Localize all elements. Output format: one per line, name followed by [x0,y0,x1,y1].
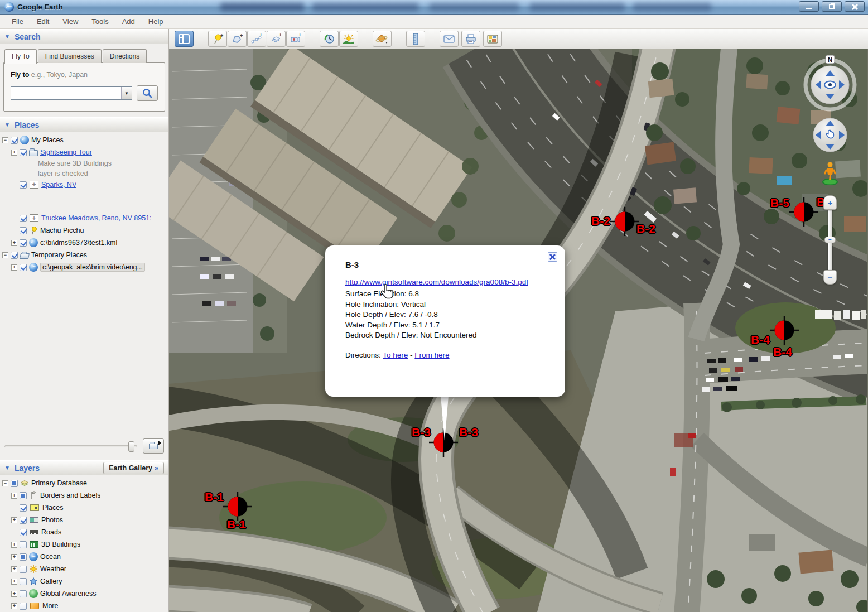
expander-icon[interactable]: + [11,240,17,246]
ruler-button[interactable] [406,31,425,47]
checkbox[interactable] [20,578,27,585]
expander-icon[interactable]: + [11,517,17,523]
checkbox[interactable] [11,137,18,144]
add-image-overlay-button[interactable]: + [267,31,286,47]
historical-imagery-button[interactable] [320,31,339,47]
fly-to-input[interactable] [11,87,121,99]
checkbox[interactable] [20,504,27,512]
print-button[interactable] [461,31,480,47]
checkbox[interactable] [20,590,27,597]
checkbox[interactable] [20,264,27,271]
layer-item-places[interactable]: Places [2,502,168,514]
zoom-in-button[interactable]: + [823,195,837,210]
search-panel-header[interactable]: ▼ Search [0,29,168,44]
menu-help[interactable]: Help [142,16,170,27]
expander-icon[interactable]: − [2,137,8,143]
slider-handle[interactable] [128,441,134,452]
menu-tools[interactable]: Tools [85,16,114,27]
expander-icon[interactable]: + [11,603,17,609]
menu-add[interactable]: Add [116,16,141,27]
layers-panel-header[interactable]: ▼ Layers Earth Gallery » [0,460,168,475]
sidebar-item-geopak-kml[interactable]: + c:\geopak_alex\brim video\eng... [2,261,168,273]
tab-directions[interactable]: Directions [103,49,147,63]
marker-b-5[interactable] [788,196,819,228]
map-viewport[interactable]: B-1 B-1 B-2 B-2 [169,49,868,612]
checkbox[interactable] [20,181,27,189]
look-joystick[interactable]: N [802,55,858,113]
checkbox[interactable] [20,553,27,561]
add-placemark-button[interactable]: + [208,31,227,47]
checkbox[interactable] [20,541,27,548]
checkbox[interactable] [20,239,27,247]
sidebar-item-my-places[interactable]: − My Places [2,134,168,146]
checkbox[interactable] [20,492,27,499]
layer-item-more[interactable]: + More [2,600,168,612]
restore-button[interactable] [822,1,842,12]
layer-item-ocean[interactable]: + Ocean [2,551,168,563]
layer-item-3d-buildings[interactable]: + 3D Buildings [2,538,168,551]
layer-item-global-awareness[interactable]: + Global Awareness [2,587,168,600]
expander-icon[interactable]: + [11,579,17,585]
earth-gallery-button[interactable]: Earth Gallery » [103,462,164,474]
expander-icon[interactable]: + [11,542,17,548]
planets-button[interactable] [373,31,392,47]
checkbox[interactable] [11,480,18,487]
move-joystick[interactable] [812,117,848,153]
zoom-out-button[interactable]: − [823,270,837,285]
layer-item-borders-and-labels[interactable]: + Borders and Labels [2,489,168,502]
menu-file[interactable]: File [6,16,30,27]
expander-icon[interactable]: + [11,591,17,597]
email-button[interactable] [440,31,459,47]
save-image-button[interactable] [483,31,502,47]
tab-find-businesses[interactable]: Find Businesses [38,49,102,63]
opacity-slider[interactable] [4,445,137,447]
checkbox[interactable] [20,566,27,573]
sidebar-item-truckee-meadows[interactable]: Truckee Meadows, Reno, NV 8951: [2,212,168,224]
sidebar-item-test1-kml[interactable]: + c:\bi\dms96373\test1.kml [2,237,168,249]
checkbox[interactable] [20,603,27,610]
snapshot-folder-button[interactable] [143,438,164,454]
sidebar-toggle-button[interactable] [175,31,194,47]
checkbox[interactable] [20,529,27,536]
expander-icon[interactable]: − [2,252,8,258]
minimize-button[interactable] [799,1,819,12]
tab-fly-to[interactable]: Fly To [4,49,37,64]
checkbox[interactable] [20,149,27,156]
street-view-pegman[interactable] [821,161,839,185]
expander-icon[interactable]: + [11,554,17,560]
checkbox[interactable] [20,215,27,222]
layer-item-gallery[interactable]: + Gallery [2,575,168,587]
layer-item-photos[interactable]: + Photos [2,514,168,526]
menu-view[interactable]: View [56,16,84,27]
expander-icon[interactable]: + [11,566,17,572]
expander-icon[interactable]: + [11,264,17,271]
marker-b-2[interactable] [609,206,640,237]
combo-dropdown-button[interactable]: ▼ [121,87,132,99]
sidebar-item-machu-picchu[interactable]: Machu Picchu [2,224,168,237]
checkbox[interactable] [20,227,27,234]
borehole-pdf-link[interactable]: http://www.gintsoftware.com/downloads/gr… [345,277,538,288]
add-path-button[interactable]: + [247,31,266,47]
google-earth-logo-icon[interactable] [4,2,14,12]
sidebar-item-temporary-places[interactable]: − Temporary Places [2,249,168,261]
directions-from-here-link[interactable]: From here [414,351,449,359]
menu-edit[interactable]: Edit [31,16,55,27]
expander-icon[interactable]: − [2,480,8,486]
sidebar-item-sightseeing-tour[interactable]: + Sightseeing Tour [2,146,168,158]
record-tour-button[interactable]: + [286,31,305,47]
checkbox[interactable] [11,252,18,259]
search-button[interactable] [137,85,158,101]
marker-b-4[interactable] [769,315,800,346]
places-panel-header[interactable]: ▼ Places [0,117,168,132]
sunlight-button[interactable] [339,31,358,47]
expander-icon[interactable]: + [11,493,17,499]
directions-to-here-link[interactable]: To here [383,351,408,359]
close-button[interactable] [845,1,865,12]
sidebar-item-sparks-nv[interactable]: Sparks, NV [2,179,168,191]
layer-item-roads[interactable]: Roads [2,526,168,538]
add-polygon-button[interactable]: + [228,31,247,47]
expander-icon[interactable]: + [11,150,17,156]
layer-item-weather[interactable]: + Weather [2,563,168,575]
balloon-close-button[interactable] [548,252,557,262]
checkbox[interactable] [20,517,27,524]
